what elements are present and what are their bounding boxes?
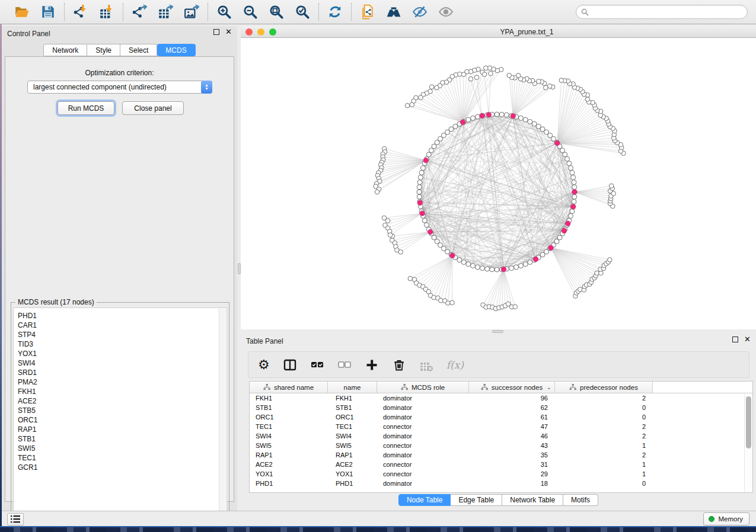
mcds-result-node[interactable]: GCR1 bbox=[18, 463, 227, 472]
mcds-result-node[interactable]: SWI4 bbox=[18, 358, 227, 368]
mcds-result-node[interactable]: SWI5 bbox=[18, 444, 227, 453]
cell-mcds-role: connector bbox=[377, 423, 469, 430]
tab-edge-table[interactable]: Edge Table bbox=[451, 494, 502, 506]
table-row[interactable]: PHD1PHD1dominator180 bbox=[250, 479, 752, 488]
zoom-fit-button[interactable] bbox=[267, 3, 285, 21]
close-icon[interactable]: ✕ bbox=[744, 336, 751, 342]
save-session-button[interactable] bbox=[39, 3, 57, 21]
table-row[interactable]: TEC1TEC1connector472 bbox=[250, 422, 752, 431]
mcds-result-node[interactable]: ORC1 bbox=[18, 415, 227, 425]
cell-predecessor-nodes: 1 bbox=[555, 470, 653, 477]
column-header-name[interactable]: name bbox=[328, 382, 377, 393]
mcds-result-node[interactable]: PHD1 bbox=[18, 311, 227, 321]
find-neighbors-button[interactable] bbox=[385, 3, 403, 21]
splitter-handle[interactable] bbox=[238, 263, 241, 274]
cell-mcds-role: connector bbox=[377, 442, 469, 449]
optimization-criterion-label: Optimization criterion: bbox=[5, 69, 234, 77]
column-header-successor-nodes[interactable]: successor nodes⌄ bbox=[469, 382, 555, 393]
mcds-result-node[interactable]: STP4 bbox=[18, 330, 227, 339]
table-row[interactable]: RAP1RAP1dominator352 bbox=[250, 450, 752, 460]
table-row[interactable]: YOX1YOX1connector291 bbox=[250, 469, 752, 479]
float-icon[interactable] bbox=[732, 336, 738, 342]
import-table-button[interactable] bbox=[98, 3, 116, 21]
open-session-button[interactable] bbox=[13, 3, 31, 21]
scrollbar-thumb[interactable] bbox=[746, 396, 751, 448]
show-all-button[interactable] bbox=[437, 3, 455, 21]
tab-select[interactable]: Select bbox=[120, 44, 157, 56]
mcds-result-node[interactable]: STB5 bbox=[18, 406, 227, 415]
deselect-all-button[interactable] bbox=[337, 356, 352, 374]
zoom-fit-icon bbox=[269, 4, 284, 20]
cell-shared-name: RAP1 bbox=[250, 451, 328, 459]
tab-node-table[interactable]: Node Table bbox=[398, 494, 451, 506]
mcds-result-node[interactable]: ACE2 bbox=[18, 396, 227, 406]
network-window-titlebar[interactable]: YPA_prune.txt_1 bbox=[241, 26, 756, 38]
table-row[interactable]: FKH1FKH1dominator962 bbox=[250, 393, 752, 403]
cell-name: ACE2 bbox=[328, 461, 377, 468]
close-icon[interactable]: ✕ bbox=[225, 29, 232, 35]
float-icon[interactable] bbox=[213, 29, 219, 35]
export-table-button[interactable] bbox=[157, 3, 174, 21]
column-header-predecessor-nodes[interactable]: predecessor nodes bbox=[555, 382, 653, 393]
table-row[interactable]: STB1STB1dominator620 bbox=[250, 403, 752, 412]
search-input[interactable] bbox=[592, 8, 742, 16]
mcds-result-node[interactable]: TID3 bbox=[18, 339, 227, 349]
settings-button[interactable]: ⚙ bbox=[258, 356, 270, 374]
splitter-handle[interactable] bbox=[492, 330, 503, 333]
select-all-icon bbox=[310, 358, 324, 372]
mcds-result-node[interactable]: CAR1 bbox=[18, 321, 227, 330]
optimization-criterion-select[interactable]: largest connected component (undirected)… bbox=[27, 81, 212, 94]
import-network-button[interactable] bbox=[72, 3, 90, 21]
table-row[interactable]: ACE2ACE2connector311 bbox=[250, 460, 752, 469]
mcds-result-node[interactable]: FKH1 bbox=[18, 387, 227, 396]
network-canvas[interactable] bbox=[241, 39, 756, 329]
new-network-from-selection-button[interactable] bbox=[359, 3, 377, 21]
table-row[interactable]: SWI5SWI5connector431 bbox=[250, 441, 752, 450]
tab-network-table[interactable]: Network Table bbox=[502, 494, 563, 506]
window-minimize-icon[interactable] bbox=[257, 28, 264, 36]
export-network-button[interactable] bbox=[130, 3, 148, 21]
select-all-button[interactable] bbox=[310, 356, 324, 374]
cell-successor-nodes: 35 bbox=[469, 451, 555, 459]
delete-row-button[interactable] bbox=[392, 356, 406, 374]
table-row[interactable]: SWI4SWI4dominator462 bbox=[250, 431, 752, 441]
hide-selected-button[interactable] bbox=[411, 3, 429, 21]
tab-mcds[interactable]: MCDS bbox=[157, 44, 195, 56]
table-panel-title: Table Panel bbox=[246, 337, 283, 345]
mcds-result-node[interactable]: YOX1 bbox=[18, 349, 227, 358]
mcds-result-node[interactable]: TEC1 bbox=[18, 453, 227, 463]
mcds-list-scrollbar[interactable] bbox=[219, 309, 226, 520]
refresh-network-button[interactable] bbox=[326, 3, 344, 21]
window-close-icon[interactable] bbox=[245, 28, 253, 36]
memory-button[interactable]: Memory bbox=[703, 512, 749, 525]
search-box[interactable] bbox=[576, 5, 748, 19]
tab-network[interactable]: Network bbox=[43, 44, 87, 56]
add-row-button[interactable] bbox=[365, 356, 379, 374]
cell-predecessor-nodes: 0 bbox=[555, 404, 653, 411]
network-graph[interactable] bbox=[241, 39, 756, 329]
window-maximize-icon[interactable] bbox=[269, 28, 276, 36]
log-console-button[interactable] bbox=[7, 513, 24, 525]
show-columns-button[interactable] bbox=[283, 356, 297, 374]
zoom-in-button[interactable] bbox=[215, 3, 233, 21]
node-table[interactable]: shared namenameMCDS rolesuccessor nodes⌄… bbox=[249, 381, 753, 493]
mcds-result-node[interactable]: STB1 bbox=[18, 434, 227, 444]
zoom-selected-button[interactable] bbox=[294, 3, 311, 21]
zoom-out-button[interactable] bbox=[241, 3, 259, 21]
mcds-result-node[interactable]: PMA2 bbox=[18, 377, 227, 387]
table-row[interactable]: ORC1ORC1dominator610 bbox=[250, 412, 752, 422]
horizontal-splitter[interactable] bbox=[241, 329, 756, 334]
table-scrollbar[interactable] bbox=[744, 394, 752, 492]
mcds-result-node[interactable]: SRD1 bbox=[18, 368, 227, 377]
export-table-icon bbox=[158, 4, 173, 20]
export-image-button[interactable] bbox=[183, 3, 200, 21]
delete-row-icon bbox=[392, 358, 406, 372]
mcds-result-node[interactable]: RAP1 bbox=[18, 425, 227, 434]
tab-motifs[interactable]: Motifs bbox=[563, 494, 598, 506]
column-header-MCDS-role[interactable]: MCDS role bbox=[377, 382, 469, 393]
column-header-shared-name[interactable]: shared name bbox=[250, 382, 328, 393]
tab-style[interactable]: Style bbox=[87, 44, 120, 56]
close-panel-button[interactable]: Close panel bbox=[122, 101, 184, 115]
mcds-result-list[interactable]: PHD1CAR1STP4TID3YOX1SWI4SRD1PMA2FKH1ACE2… bbox=[13, 307, 227, 520]
run-mcds-button[interactable]: Run MCDS bbox=[58, 101, 114, 115]
